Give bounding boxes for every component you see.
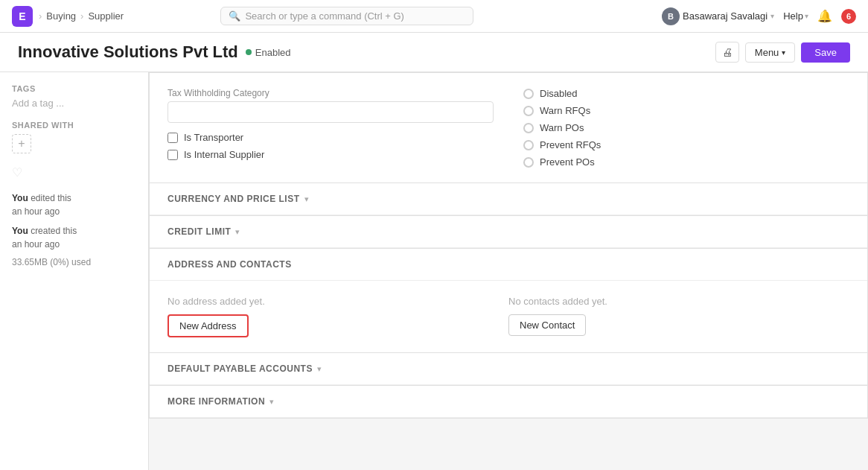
topbar-right: B Basawaraj Savalagi ▾ Help ▾ 🔔 6 [662,7,856,25]
save-button[interactable]: Save [801,42,850,63]
credit-section-title: CREDIT LIMIT [167,226,231,237]
topbar: E › Buying › Supplier 🔍 Search or type a… [0,0,868,33]
radio-warn-rfqs-label: Warn RFQs [540,105,590,116]
menu-chevron-icon: ▾ [782,48,785,57]
currency-section: CURRENCY AND PRICE LIST ▾ [149,183,868,216]
tax-label: Tax Withholding Category [167,88,494,98]
page-title: Innovative Solutions Pvt Ltd [18,42,238,62]
no-address-text: No address added yet. [167,296,508,307]
new-contact-button[interactable]: New Contact [508,314,586,336]
tax-input[interactable] [167,101,494,123]
more-info-header[interactable]: MORE INFORMATION ▾ [150,386,867,418]
favorite-icon[interactable]: ♡ [12,165,136,180]
currency-section-header[interactable]: CURRENCY AND PRICE LIST ▾ [150,183,867,215]
address-contacts-body: No address added yet. New Address No con… [150,281,867,352]
address-contacts-grid: No address added yet. New Address No con… [167,296,849,337]
app-icon[interactable]: E [12,6,33,27]
user-chevron-icon: ▾ [770,12,774,20]
is-internal-supplier-checkbox[interactable] [167,150,178,160]
more-info-title: MORE INFORMATION [167,396,265,407]
is-internal-supplier-label: Is Internal Supplier [184,149,264,160]
address-contacts-header[interactable]: ADDRESS AND CONTACTS [150,249,867,281]
storage-info: 33.65MB (0%) used [12,257,136,267]
credit-section: CREDIT LIMIT ▾ [149,216,868,249]
status-label: Enabled [255,47,291,58]
more-info-chevron-icon: ▾ [269,397,274,407]
help-chevron-icon: ▾ [805,12,808,20]
sidebar: TAGS Add a tag ... SHARED WITH + ♡ You e… [0,72,149,470]
radio-options-list: Disabled Warn RFQs Warn POs Prevent [523,88,849,168]
radio-warn-rfqs: Warn RFQs [523,105,849,116]
search-placeholder: Search or type a command (Ctrl + G) [245,10,404,22]
address-contacts-title: ADDRESS AND CONTACTS [167,259,292,270]
more-info-section: MORE INFORMATION ▾ [149,386,868,419]
add-tag-field[interactable]: Add a tag ... [12,98,136,109]
status-dot [246,49,252,55]
activity-time-1: an hour ago [12,206,60,217]
search-bar[interactable]: 🔍 Search or type a command (Ctrl + G) [220,7,473,25]
user-avatar: B [662,7,680,25]
menu-button[interactable]: Menu ▾ [745,42,796,63]
user-name: Basawaraj Savalagi [683,10,768,22]
radio-warn-pos-btn[interactable] [523,123,534,133]
breadcrumb-buying[interactable]: Buying [46,10,76,22]
tags-label: TAGS [12,84,136,93]
contacts-right: No contacts added yet. New Contact [508,296,849,337]
credit-section-header[interactable]: CREDIT LIMIT ▾ [150,216,867,248]
radio-disabled-btn[interactable] [523,89,534,99]
radio-warn-pos: Warn POs [523,122,849,133]
main-layout: TAGS Add a tag ... SHARED WITH + ♡ You e… [0,72,868,470]
form-section: Tax Withholding Category Is Transporter … [149,72,868,183]
notification-icon[interactable]: 🔔 [817,9,832,23]
default-payable-section: DEFAULT PAYABLE ACCOUNTS ▾ [149,353,868,386]
search-icon: 🔍 [229,10,240,22]
currency-chevron-icon: ▾ [304,194,309,204]
is-transporter-checkbox[interactable] [167,133,178,143]
header-actions: 🖨 Menu ▾ Save [715,42,850,63]
radio-disabled: Disabled [523,88,849,99]
help-button[interactable]: Help ▾ [783,10,808,22]
print-button[interactable]: 🖨 [715,42,739,63]
breadcrumb-chevron-1: › [39,10,42,22]
form-row: Tax Withholding Category Is Transporter … [167,88,849,168]
radio-prevent-rfqs-btn[interactable] [523,140,534,150]
breadcrumb-supplier[interactable]: Supplier [88,10,124,22]
no-contacts-text: No contacts added yet. [508,296,849,307]
add-shared-button[interactable]: + [12,134,31,153]
help-label: Help [783,10,803,22]
user-menu-button[interactable]: B Basawaraj Savalagi ▾ [662,7,774,25]
form-right: Disabled Warn RFQs Warn POs Prevent [523,88,849,168]
activity-actor-2: You [12,226,28,236]
is-internal-supplier-row: Is Internal Supplier [167,149,494,160]
default-payable-title: DEFAULT PAYABLE ACCOUNTS [167,363,313,374]
radio-prevent-pos-label: Prevent POs [540,156,595,168]
notification-badge[interactable]: 6 [841,9,856,24]
radio-prevent-pos-btn[interactable] [523,157,534,168]
activity-item-2: You created this an hour ago [12,224,136,251]
radio-disabled-label: Disabled [540,88,578,99]
default-payable-chevron-icon: ▾ [317,364,322,374]
page-title-group: Innovative Solutions Pvt Ltd Enabled [18,42,291,62]
is-transporter-label: Is Transporter [184,132,243,143]
activity-actor-1: You [12,193,28,203]
address-contacts-section: ADDRESS AND CONTACTS No address added ye… [149,249,868,353]
form-left: Tax Withholding Category Is Transporter … [167,88,494,166]
status-badge: Enabled [246,47,291,58]
shared-with-label: SHARED WITH [12,121,136,130]
page-header: Innovative Solutions Pvt Ltd Enabled 🖨 M… [0,33,868,72]
default-payable-header[interactable]: DEFAULT PAYABLE ACCOUNTS ▾ [150,353,867,385]
radio-prevent-rfqs-label: Prevent RFQs [540,139,601,150]
radio-warn-rfqs-btn[interactable] [523,106,534,116]
breadcrumb-chevron-2: › [80,10,83,22]
menu-label: Menu [755,47,779,58]
radio-prevent-pos: Prevent POs [523,156,849,168]
radio-warn-pos-label: Warn POs [540,122,584,133]
activity-item-1: You edited this an hour ago [12,191,136,218]
activity-time-2: an hour ago [12,239,60,250]
new-address-button[interactable]: New Address [167,314,249,337]
credit-chevron-icon: ▾ [235,227,240,237]
activity-action-2: created this [31,226,77,236]
tax-field: Tax Withholding Category [167,88,494,123]
content-area: Tax Withholding Category Is Transporter … [149,72,868,470]
activity-action-1: edited this [31,193,71,203]
